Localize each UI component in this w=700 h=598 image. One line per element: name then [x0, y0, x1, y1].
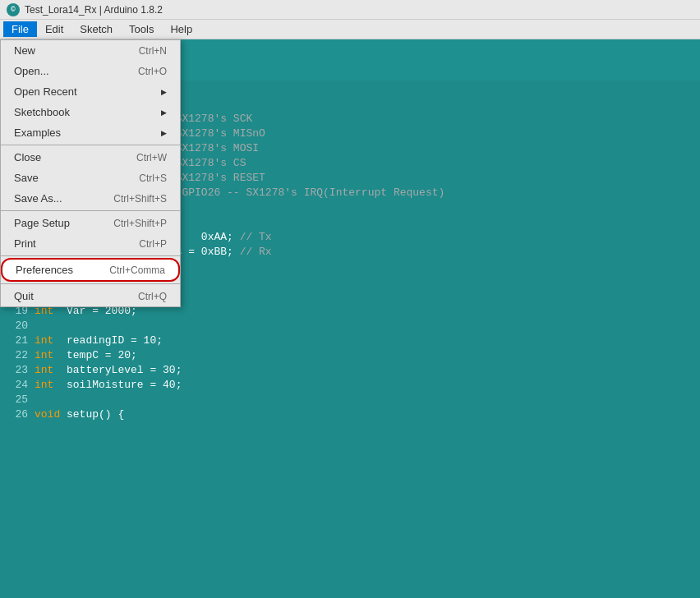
- menu-open-recent[interactable]: Open Recent: [1, 81, 180, 102]
- code-line-26: 26 void setup() {: [0, 407, 700, 422]
- menu-preferences[interactable]: Preferences Ctrl+Comma: [1, 258, 180, 282]
- menu-page-setup[interactable]: Page Setup Ctrl+Shift+P: [1, 213, 180, 233]
- code-line-22: 22 int tempC = 20;: [0, 348, 700, 363]
- code-line-20: 20: [0, 319, 700, 334]
- menu-sketch[interactable]: Sketch: [71, 21, 121, 37]
- code-line-25: 25: [0, 393, 700, 407]
- app-icon: ©: [7, 3, 20, 16]
- separator-2: [1, 210, 180, 211]
- menu-print[interactable]: Print Ctrl+P: [1, 233, 180, 254]
- file-dropdown: New Ctrl+N Open... Ctrl+O Open Recent Sk…: [0, 39, 181, 307]
- menu-close[interactable]: Close Ctrl+W: [1, 147, 180, 168]
- menu-edit[interactable]: Edit: [37, 21, 71, 37]
- menu-examples[interactable]: Examples: [1, 122, 180, 143]
- code-line-21: 21 int readingID = 10;: [0, 334, 700, 348]
- menu-open[interactable]: Open... Ctrl+O: [1, 61, 180, 81]
- menu-save-as[interactable]: Save As... Ctrl+Shift+S: [1, 188, 180, 209]
- menu-tools[interactable]: Tools: [121, 21, 162, 37]
- code-line-24: 24 int soilMoisture = 40;: [0, 378, 700, 393]
- title-bar: © Test_Lora14_Rx | Arduino 1.8.2: [0, 0, 700, 20]
- menu-sketchbook[interactable]: Sketchbook: [1, 102, 180, 122]
- menu-bar: File Edit Sketch Tools Help New Ctrl+N O…: [0, 20, 700, 39]
- separator-4: [1, 283, 180, 284]
- menu-save[interactable]: Save Ctrl+S: [1, 168, 180, 188]
- menu-file[interactable]: File: [3, 21, 37, 37]
- separator-3: [1, 255, 180, 256]
- menu-new[interactable]: New Ctrl+N: [1, 40, 180, 61]
- menu-help[interactable]: Help: [162, 21, 200, 37]
- code-line-23: 23 int batteryLevel = 30;: [0, 363, 700, 378]
- separator-1: [1, 145, 180, 145]
- menu-quit[interactable]: Quit Ctrl+Q: [1, 286, 180, 306]
- window-title: Test_Lora14_Rx | Arduino 1.8.2: [25, 4, 163, 16]
